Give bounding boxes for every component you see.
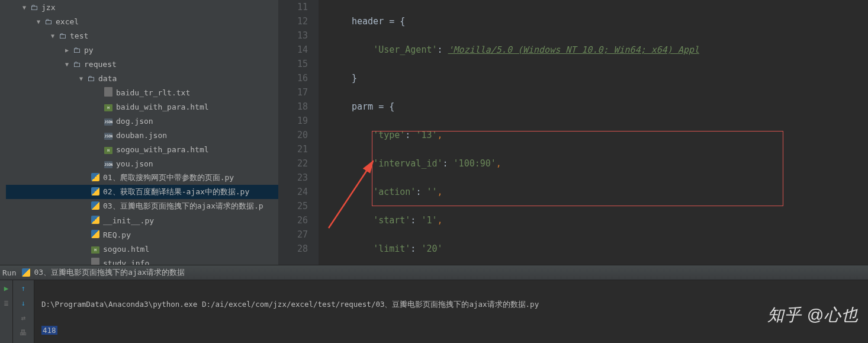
json-file-icon: JSON	[103, 116, 114, 126]
run-tab-bar[interactable]: Run 03、豆瓣电影页面拖拽下的ajax请求的数据	[0, 265, 868, 280]
chevron-down-icon: ▼	[20, 4, 28, 11]
tree-file[interactable]: 03、豆瓣电影页面拖拽下的ajax请求的数据.p	[6, 199, 278, 213]
tree-label: baidu_with_para.html	[116, 102, 209, 111]
tree-file[interactable]: Hsogou.html	[6, 242, 278, 256]
arrow-down-icon[interactable]: ↓	[21, 299, 26, 307]
python-file-icon	[90, 230, 101, 240]
run-label: Run	[0, 268, 16, 277]
tree-folder-test[interactable]: ▼ 🗀 test	[6, 28, 278, 43]
tool-icon[interactable]: ≣	[4, 299, 9, 307]
tree-folder-jzx[interactable]: ▼ 🗀 jzx	[6, 0, 278, 14]
code-editor[interactable]: 111213141516171819202122232425262728 hea…	[278, 0, 868, 265]
html-file-icon: H	[90, 244, 101, 254]
chevron-down-icon: ▼	[77, 75, 85, 82]
tree-label: study_info	[103, 259, 149, 265]
tree-label: 01、爬取搜狗网页中带参数的页面.py	[103, 172, 234, 183]
tree-label: sogou_with_para.html	[116, 145, 209, 154]
folder-icon: 🗀	[43, 17, 53, 26]
code-area[interactable]: header = { 'User_Agent': 'Mozilla/5.0 (W…	[319, 0, 868, 265]
tree-label: REQ.py	[103, 230, 131, 239]
tree-label: douban.json	[116, 131, 167, 140]
status-code: 418	[41, 326, 57, 335]
python-file-icon	[90, 201, 101, 211]
tree-label: 03、豆瓣电影页面拖拽下的ajax请求的数据.p	[103, 201, 263, 211]
tree-file[interactable]: study_info	[6, 256, 278, 265]
chevron-right-icon: ▶	[63, 47, 71, 53]
html-file-icon: H	[103, 145, 114, 154]
tree-label: jzx	[41, 3, 55, 12]
arrow-up-icon[interactable]: ↑	[21, 284, 26, 293]
watermark: 知乎 @心也	[767, 304, 859, 326]
chevron-down-icon: ▼	[63, 61, 71, 68]
folder-icon: 🗀	[57, 31, 67, 40]
python-file-icon	[90, 187, 101, 197]
tree-label: dog.json	[116, 117, 153, 126]
tree-folder-py[interactable]: ▶ 🗀 py	[6, 43, 278, 57]
tree-file-selected[interactable]: 02、获取百度翻译结果-ajax中的数据.py	[6, 185, 278, 199]
tree-file[interactable]: JSONdog.json	[6, 114, 278, 128]
folder-icon: 🗀	[71, 60, 82, 69]
folder-icon: 🗀	[28, 3, 39, 12]
tree-file[interactable]: baidu_tr_rlt.txt	[6, 85, 278, 100]
tree-label: data	[98, 74, 117, 83]
tree-label: baidu_tr_rlt.txt	[116, 88, 190, 97]
tree-folder-data[interactable]: ▼ 🗀 data	[6, 71, 278, 85]
tree-label: py	[84, 46, 94, 55]
console-tool-col2[interactable]: ↑ ↓ ⇄ 🖶	[13, 280, 34, 343]
chevron-down-icon: ▼	[49, 33, 57, 39]
tree-label: you.json	[116, 159, 153, 168]
tree-label: sogou.html	[103, 245, 149, 254]
line-gutter: 111213141516171819202122232425262728	[278, 0, 319, 265]
tree-file[interactable]: JSONdouban.json	[6, 128, 278, 142]
python-file-icon	[90, 216, 101, 226]
run-button-icon[interactable]: ▶	[4, 284, 9, 293]
tree-file[interactable]: JSONyou.json	[6, 156, 278, 171]
tree-file[interactable]: 01、爬取搜狗网页中带参数的页面.py	[6, 171, 278, 185]
html-file-icon: H	[103, 102, 114, 111]
tree-file[interactable]: Hsogou_with_para.html	[6, 142, 278, 156]
tree-label: request	[84, 60, 117, 69]
tree-label: test	[70, 31, 88, 40]
python-file-icon	[22, 268, 30, 277]
project-tree[interactable]: ▼ 🗀 jzx ▼ 🗀 excel ▼ 🗀 test ▶ 🗀 py ▼ 🗀 re…	[0, 0, 278, 265]
tree-label: __init__.py	[103, 216, 154, 225]
tree-folder-excel[interactable]: ▼ 🗀 excel	[6, 14, 278, 28]
tree-label: excel	[56, 17, 79, 26]
run-title: 03、豆瓣电影页面拖拽下的ajax请求的数据	[34, 267, 185, 278]
json-file-icon: JSON	[103, 130, 114, 140]
text-file-icon	[103, 87, 114, 98]
print-icon[interactable]: 🖶	[20, 328, 27, 337]
folder-icon: 🗀	[71, 46, 82, 55]
folder-icon: 🗀	[85, 74, 96, 83]
console-tool-col[interactable]: ▶ ≣	[0, 280, 13, 343]
tree-file[interactable]: REQ.py	[6, 227, 278, 242]
console-output[interactable]: D:\ProgramData\Anaconda3\python.exe D:/a…	[34, 280, 868, 343]
tree-file[interactable]: __init__.py	[6, 213, 278, 227]
wrap-icon[interactable]: ⇄	[21, 313, 26, 322]
json-file-icon: JSON	[103, 159, 114, 168]
text-file-icon	[90, 258, 101, 265]
chevron-down-icon: ▼	[34, 18, 43, 25]
console-line: D:\ProgramData\Anaconda3\python.exe D:/a…	[41, 298, 861, 311]
tree-label: 02、获取百度翻译结果-ajax中的数据.py	[103, 187, 249, 197]
python-file-icon	[90, 173, 101, 183]
tree-file[interactable]: Hbaidu_with_para.html	[6, 100, 278, 114]
run-console[interactable]: ▶ ≣ ↑ ↓ ⇄ 🖶 D:\ProgramData\Anaconda3\pyt…	[0, 280, 868, 343]
tree-folder-request[interactable]: ▼ 🗀 request	[6, 57, 278, 71]
